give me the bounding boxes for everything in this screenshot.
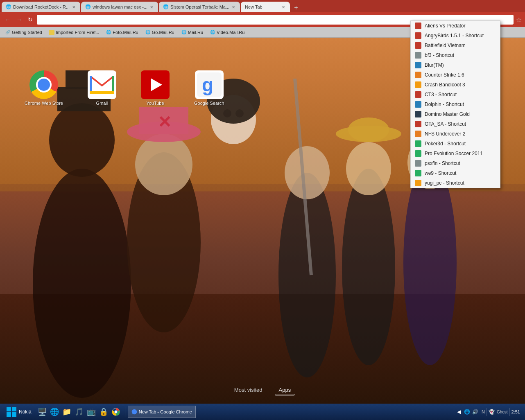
tab-4[interactable]: New Tab ✕	[241, 2, 290, 12]
bookmark-go-mail[interactable]: 🌐 Go.Mail.Ru	[143, 29, 176, 36]
menu-item-battlefield[interactable]: Battlefield Vietnam	[411, 41, 500, 50]
poker3d-icon	[415, 140, 421, 147]
tab-1[interactable]: 🌐 Download RocketDock - R... ✕	[2, 2, 80, 12]
folder-icon	[49, 30, 54, 35]
youtube-app-icon[interactable]: YouTube	[141, 70, 170, 106]
menu-item-angrybirds[interactable]: AngryBirds 1.5.1 - Shortcut	[411, 31, 500, 41]
bookmark-video-mail[interactable]: 🌐 Video.Mail.Ru	[208, 29, 246, 36]
svg-point-6	[135, 134, 192, 195]
menu-item-ct3[interactable]: CT3 - Shortcut	[411, 90, 500, 99]
tab-4-close[interactable]: ✕	[281, 5, 286, 9]
bookmark-foto-mail[interactable]: 🌐 Foto.Mail.Ru	[104, 29, 140, 36]
video-mail-icon: 🌐	[210, 29, 215, 35]
tab-1-title: Download RocketDock - R...	[13, 5, 70, 9]
battlefield-label: Battlefield Vietnam	[425, 43, 466, 48]
menu-item-aliens[interactable]: Aliens Vs Predator	[411, 21, 500, 31]
systray-divider-2	[509, 408, 510, 416]
domino-icon	[415, 111, 421, 117]
menu-item-bf3[interactable]: bf3 - Shortcut	[411, 50, 500, 60]
tab-3[interactable]: 🌐 Sistem Operasi Terbaik: Ma... ✕	[159, 2, 240, 12]
menu-item-we9[interactable]: we9 - Shortcut	[411, 168, 500, 178]
tab-1-favicon: 🌐	[6, 4, 11, 10]
taskbar-active-window[interactable]: New Tab - Google Chrome	[128, 406, 196, 418]
go-mail-icon: 🌐	[145, 29, 151, 35]
new-tab-button[interactable]: +	[291, 4, 301, 11]
svg-point-15	[285, 146, 330, 199]
chrome-taskbar-icon	[131, 409, 137, 415]
counterstrike-icon	[415, 72, 421, 78]
svg-point-35	[115, 411, 117, 413]
getting-started-label: Getting Started	[12, 30, 42, 35]
psxfin-label: psxfin - Shortcut	[425, 160, 460, 166]
taskbar-lock-icon[interactable]: 🔒	[99, 407, 109, 417]
menu-item-dolphin[interactable]: Dolphin - Shortcut	[411, 99, 500, 109]
bookmark-mail[interactable]: 🌐 Mail.Ru	[179, 29, 205, 36]
back-button[interactable]: ←	[3, 16, 12, 24]
apps-link[interactable]: Apps	[275, 385, 295, 395]
menu-item-domino[interactable]: Domino Master Gold	[411, 109, 500, 119]
taskbar-media-icon[interactable]: 🎵	[74, 407, 84, 417]
systray-volume[interactable]: 🔊	[472, 409, 479, 415]
tab-2-title: windows lawan mac osx -...	[93, 5, 147, 9]
blur-label: Blur(TM)	[425, 62, 444, 68]
tab-3-close[interactable]: ✕	[231, 5, 236, 9]
tab-1-close[interactable]: ✕	[71, 5, 76, 9]
tab-bar: 🌐 Download RocketDock - R... ✕ 🌐 windows…	[0, 0, 525, 12]
menu-item-counterstrike[interactable]: Counter Strike 1.6	[411, 70, 500, 80]
crash-label: Crash Bandicoot 3	[425, 82, 465, 88]
taskbar-systray: ◀ 🌐 🔊 IN 👻 Ghost 2:51	[456, 408, 523, 416]
bookmark-getting-started[interactable]: 🔗 Getting Started	[3, 29, 44, 36]
menu-item-poker3d[interactable]: Poker3d - Shortcut	[411, 139, 500, 149]
ghost-icon[interactable]: 👻	[489, 409, 495, 415]
active-window-label: New Tab - Google Chrome	[139, 409, 192, 414]
chrome-web-store-icon[interactable]: Chrome Web Store	[25, 70, 63, 106]
poker3d-label: Poker3d - Shortcut	[425, 141, 466, 147]
blur-icon	[415, 62, 421, 68]
bookmark-imported[interactable]: Imported From Firef...	[47, 29, 101, 35]
ct3-icon	[415, 91, 421, 98]
video-mail-label: Video.Mail.Ru	[217, 30, 244, 35]
app-icons-container: Chrome Web Store Gmail YouTube	[25, 70, 224, 106]
mail-icon: 🌐	[181, 29, 187, 35]
aliens-label: Aliens Vs Predator	[425, 23, 465, 29]
systray-network[interactable]: 🌐	[464, 409, 471, 415]
start-button[interactable]: Nokia	[2, 404, 36, 419]
menu-item-yugi[interactable]: yugi_pc - Shortcut	[411, 178, 500, 188]
menu-item-nfs[interactable]: NFS Undercover 2	[411, 129, 500, 139]
taskbar-folder-icon[interactable]: 📁	[62, 407, 72, 417]
tab-2-close[interactable]: ✕	[149, 5, 154, 9]
gmail-app-icon[interactable]: Gmail	[88, 70, 116, 106]
getting-started-icon: 🔗	[5, 29, 11, 35]
aliens-icon	[415, 23, 421, 29]
menu-item-pes[interactable]: Pro Evolution Soccer 2011	[411, 149, 500, 158]
systray-divider	[487, 408, 487, 416]
youtube-label: YouTube	[146, 101, 164, 106]
most-visited-link[interactable]: Most visited	[230, 385, 267, 395]
nfs-label: NFS Undercover 2	[425, 131, 465, 137]
menu-item-psxfin[interactable]: psxfin - Shortcut	[411, 158, 500, 168]
svg-rect-26	[90, 91, 114, 94]
menu-item-blur[interactable]: Blur(TM)	[411, 60, 500, 70]
menu-item-gta[interactable]: GTA_SA - Shortcut	[411, 119, 500, 129]
svg-rect-32	[12, 412, 16, 417]
svg-rect-31	[7, 412, 11, 417]
taskbar-chrome-icon[interactable]	[111, 407, 121, 417]
bookmark-star-button[interactable]: ☆	[516, 16, 522, 24]
taskbar: Nokia 🖥️ 🌐 📁 🎵 📺 🔒 New Tab - Google Chro…	[0, 404, 525, 420]
refresh-button[interactable]: ↻	[26, 16, 34, 24]
systray-arrow[interactable]: ◀	[456, 409, 462, 415]
forward-button[interactable]: →	[15, 16, 24, 24]
system-clock[interactable]: 2:51	[511, 409, 520, 414]
taskbar-ie-icon[interactable]: 🌐	[50, 407, 59, 417]
youtube-play-icon	[151, 78, 162, 91]
dolphin-label: Dolphin - Shortcut	[425, 102, 464, 107]
menu-item-crash[interactable]: Crash Bandicoot 3	[411, 80, 500, 90]
google-search-app-icon[interactable]: g Google Search	[194, 70, 224, 106]
tab-2[interactable]: 🌐 windows lawan mac osx -... ✕	[81, 2, 158, 12]
gta-label: GTA_SA - Shortcut	[425, 121, 466, 127]
nfs-icon	[415, 131, 421, 137]
taskbar-video-icon[interactable]: 📺	[86, 407, 96, 417]
mail-label: Mail.Ru	[188, 30, 203, 35]
svg-rect-24	[90, 76, 92, 94]
taskbar-show-desktop[interactable]: 🖥️	[37, 407, 47, 417]
